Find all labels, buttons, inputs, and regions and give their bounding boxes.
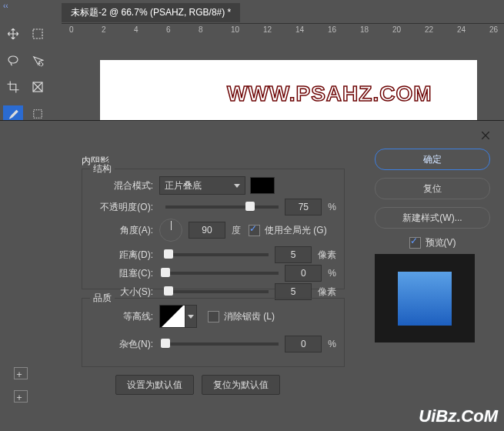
crop-tool[interactable] [3,79,23,95]
distance-input[interactable] [275,246,312,263]
ruler-tick: 2 [102,25,106,34]
ruler-tick: 18 [360,25,369,34]
size-unit: 像素 [318,286,336,299]
noise-unit: % [328,339,336,349]
make-default-button[interactable]: 设置为默认值 [115,375,194,395]
distance-label: 距离(D): [82,249,153,262]
distance-slider[interactable] [165,253,269,256]
preview-label: 预览(V) [426,236,456,249]
ruler-tick: 24 [457,25,466,34]
choke-label: 阻塞(C): [82,267,153,280]
opacity-unit: % [328,202,336,212]
angle-unit: 度 [232,224,241,237]
opacity-label: 不透明度(O): [82,201,153,214]
noise-slider[interactable] [165,342,279,346]
quality-legend: 品质 [90,292,115,305]
preview-thumbnail [375,254,475,342]
structure-legend: 结构 [90,162,115,175]
contour-dropdown[interactable] [185,305,197,328]
ruler-tick: 8 [199,25,203,34]
svg-point-1 [8,56,18,63]
footer-watermark: UiBz.CoM [419,406,498,426]
layer-style-dialog: 内阴影 结构 混合模式: 正片叠底 不透明度(O): % 角度(A): 度 使用… [0,120,504,431]
ruler-tick: 16 [328,25,336,34]
blend-mode-select[interactable]: 正片叠底 [159,176,245,195]
quick-select-tool[interactable] [28,52,48,69]
angle-dial[interactable] [159,219,182,242]
reset-default-button[interactable]: 复位为默认值 [202,375,280,395]
structure-fieldset: 结构 混合模式: 正片叠底 不透明度(O): % 角度(A): 度 使用全局光 … [82,169,345,289]
global-light-label: 使用全局光 (G) [265,224,327,237]
reset-button[interactable]: 复位 [375,178,490,199]
angle-input[interactable] [189,222,225,239]
ruler-tick: 14 [295,25,304,34]
ruler-tick: 12 [263,25,272,34]
angle-label: 角度(A): [82,224,153,237]
marquee-tool[interactable] [28,25,48,42]
lasso-tool[interactable] [3,52,23,69]
preview-checkbox[interactable] [409,237,421,249]
opacity-input[interactable] [285,199,322,216]
choke-slider[interactable] [165,272,279,275]
choke-unit: % [328,268,336,279]
antialias-checkbox[interactable] [208,311,219,322]
new-style-button[interactable]: 新建样式(W)... [375,207,490,229]
right-panel: 确定 复位 新建样式(W)... 预览(V) [375,149,490,342]
opacity-slider[interactable] [165,205,279,209]
noise-label: 杂色(N): [82,338,153,351]
ruler-tick: 10 [231,25,239,34]
noise-input[interactable] [285,336,322,352]
move-tool[interactable] [3,25,23,42]
left-style-list: ＋ ＋ [0,275,40,413]
add-effect-icon[interactable]: ＋ [14,367,28,379]
ok-button[interactable]: 确定 [375,149,490,170]
add-effect-icon-2[interactable]: ＋ [14,390,28,403]
ruler-tick: 26 [489,25,498,34]
ruler-horizontal: 0 2 4 6 8 10 12 14 16 18 20 22 24 26 [62,23,504,39]
ruler-tick: 22 [425,25,433,34]
default-buttons-row: 设置为默认值 复位为默认值 [115,375,280,395]
collapse-panel-icon[interactable]: ‹‹ [3,2,8,10]
size-slider[interactable] [165,290,269,293]
global-light-checkbox[interactable] [249,225,260,236]
tools-panel [0,19,62,132]
svg-rect-0 [33,29,42,38]
quality-fieldset: 品质 等高线: 消除锯齿 (L) 杂色(N): % [82,298,345,367]
ruler-tick: 20 [392,25,401,34]
frame-tool[interactable] [28,79,48,95]
contour-preview[interactable] [159,305,185,328]
ruler-tick: 4 [134,25,139,34]
ruler-tick: 6 [166,25,171,34]
blend-mode-label: 混合模式: [82,179,153,192]
svg-point-2 [39,62,43,66]
canvas[interactable]: WWW.PSAHZ.COM [100,60,477,120]
close-button[interactable] [475,125,496,145]
antialias-label: 消除锯齿 (L) [224,310,275,323]
document-tab[interactable]: 未标题-2 @ 66.7% (PSAHZ, RGB/8#) * [62,3,240,22]
svg-rect-4 [34,109,42,118]
choke-input[interactable] [285,265,322,282]
contour-label: 等高线: [82,310,153,323]
shadow-color-swatch[interactable] [250,177,275,194]
canvas-watermark: WWW.PSAHZ.COM [227,82,432,106]
distance-unit: 像素 [318,249,336,262]
ruler-tick: 0 [69,25,74,34]
